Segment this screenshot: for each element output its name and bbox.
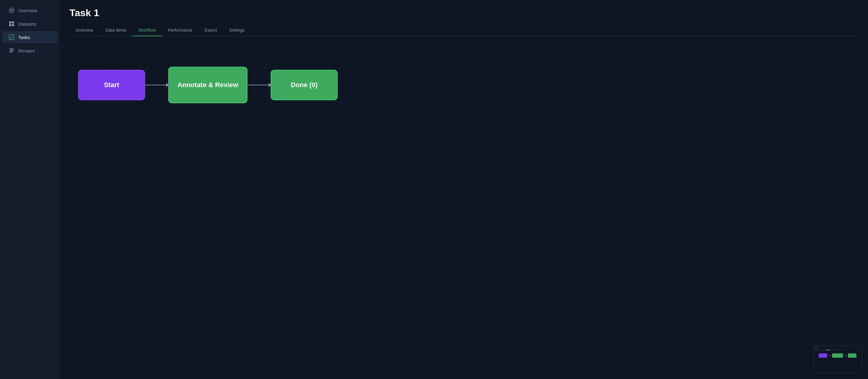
datasets-icon — [8, 21, 14, 27]
arrow-line-2 — [247, 85, 271, 85]
sidebar-item-overview-label: Overview — [18, 8, 37, 13]
mini-arrow-1 — [828, 355, 831, 356]
mini-node-done — [848, 353, 857, 358]
mini-tab-4 — [831, 350, 836, 350]
mini-arrow-2 — [844, 355, 847, 356]
page-header: Task 1 Overview Data Items Workflow Perf… — [60, 0, 868, 36]
sidebar: Overview Datasets Tasks — [0, 0, 60, 379]
overview-icon — [8, 7, 14, 13]
mini-node-annotate — [832, 353, 843, 358]
svg-point-1 — [11, 9, 12, 11]
svg-rect-10 — [9, 52, 12, 53]
tab-overview[interactable]: Overview — [69, 25, 99, 36]
mini-node-start — [818, 353, 827, 358]
workflow-node-annotate[interactable]: Annotate & Review — [168, 67, 247, 103]
mini-preview-title: Task 1 — [813, 346, 862, 349]
svg-rect-4 — [9, 24, 11, 26]
mini-preview-inner: Task 1 — [813, 346, 862, 373]
svg-rect-8 — [9, 50, 14, 50]
tab-export[interactable]: Export — [199, 25, 223, 36]
main-content: Task 1 Overview Data Items Workflow Perf… — [60, 0, 868, 379]
arrow-line-1 — [145, 85, 169, 85]
sidebar-item-datasets[interactable]: Datasets — [2, 18, 57, 30]
recipes-icon — [8, 48, 14, 54]
workflow-arrow-1 — [145, 85, 169, 85]
tab-bar: Overview Data Items Workflow Performance… — [69, 25, 858, 36]
tab-performance[interactable]: Performance — [162, 25, 198, 36]
svg-rect-5 — [12, 24, 14, 26]
workflow-diagram: Start Annotate & Review Done (0) — [60, 36, 868, 134]
sidebar-item-datasets-label: Datasets — [18, 21, 36, 27]
workflow-arrow-2 — [247, 85, 271, 85]
sidebar-item-tasks[interactable]: Tasks — [2, 31, 57, 43]
page-title: Task 1 — [69, 7, 858, 19]
svg-rect-7 — [9, 49, 14, 49]
mini-tab-5 — [837, 350, 841, 350]
tasks-icon — [8, 34, 14, 40]
mini-tab-3-active — [826, 350, 831, 350]
svg-rect-6 — [9, 35, 14, 40]
sidebar-item-overview[interactable]: Overview — [2, 4, 57, 17]
svg-rect-2 — [9, 21, 11, 24]
workflow-node-done[interactable]: Done (0) — [271, 70, 338, 100]
tab-settings[interactable]: Settings — [223, 25, 251, 36]
workflow-canvas[interactable]: Start Annotate & Review Done (0) Task 1 — [60, 36, 868, 379]
tab-workflow[interactable]: Workflow — [132, 25, 162, 36]
sidebar-item-recipes-label: Recipes — [18, 48, 35, 53]
sidebar-item-recipes[interactable]: Recipes — [2, 44, 57, 57]
workflow-node-start[interactable]: Start — [78, 70, 145, 100]
mini-tab-1 — [815, 350, 819, 350]
mini-tab-2 — [820, 350, 825, 350]
mini-preview[interactable]: Task 1 — [813, 346, 862, 373]
mini-preview-nodes — [813, 351, 862, 360]
sidebar-item-tasks-label: Tasks — [18, 35, 30, 40]
svg-rect-3 — [12, 21, 14, 24]
tab-data-items[interactable]: Data Items — [99, 25, 132, 36]
svg-rect-9 — [9, 51, 14, 52]
